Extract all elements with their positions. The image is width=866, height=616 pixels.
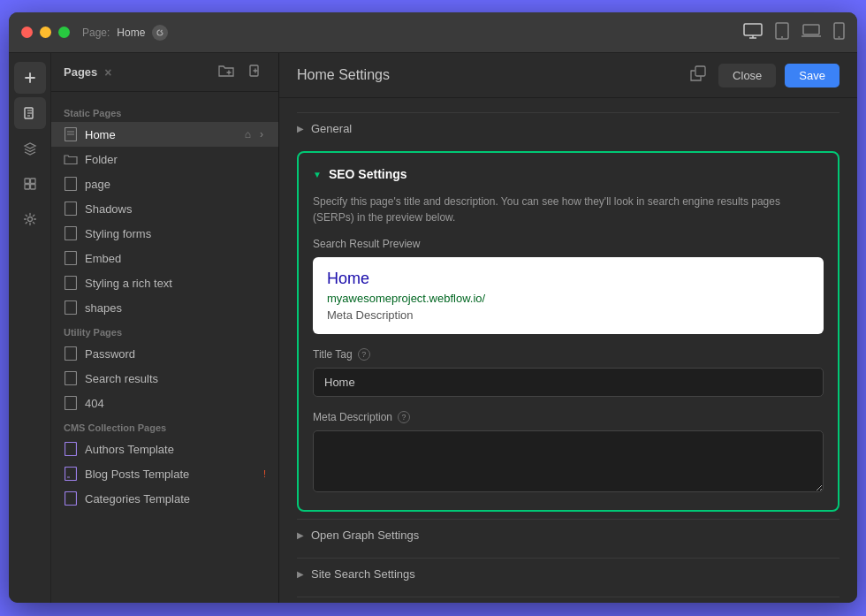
page-item-404[interactable]: 404 [51, 391, 278, 415]
content-header: Home Settings Close Save [279, 53, 857, 98]
page-icon-folder [64, 152, 78, 166]
site-search-chevron-icon: ▶ [297, 569, 304, 579]
page-item-embed[interactable]: Embed [51, 246, 278, 270]
seo-description: Specify this page's title and descriptio… [313, 194, 824, 225]
custom-code-accordion-header[interactable]: ▶ Custom Code [297, 597, 839, 603]
svg-rect-21 [65, 301, 77, 315]
page-item-password[interactable]: Password [51, 341, 278, 366]
page-item-categories-template[interactable]: Categories Template [51, 486, 278, 511]
add-icon [23, 71, 37, 85]
page-item-blog-posts-template[interactable]: Blog Posts Template ! [51, 461, 278, 486]
page-item-authors-template[interactable]: Authors Template [51, 437, 278, 461]
search-result-preview: Home myawesomeproject.webflow.io/ Meta D… [313, 257, 824, 334]
page-home-more-btn[interactable]: › [257, 127, 266, 141]
svg-point-5 [839, 36, 840, 38]
laptop-device-btn[interactable] [801, 24, 821, 42]
meta-desc-field-label: Meta Description ? [313, 411, 824, 423]
page-icon-styling-forms [64, 226, 78, 240]
maximize-traffic-light[interactable] [58, 27, 70, 38]
general-chevron-icon: ▶ [297, 124, 304, 133]
page-name-styling-forms: Styling forms [85, 227, 266, 240]
title-bar-right [743, 22, 845, 43]
open-graph-accordion-header[interactable]: ▶ Open Graph Settings [297, 519, 839, 551]
custom-code-section: ▶ Custom Code [297, 597, 839, 603]
close-settings-btn[interactable]: Close [718, 64, 776, 87]
meta-description-input[interactable] [313, 430, 824, 492]
settings-panel-btn[interactable] [14, 203, 46, 235]
page-name-404: 404 [85, 397, 266, 410]
page-icon-404 [64, 396, 78, 410]
page-name-authors-template: Authors Template [85, 443, 266, 456]
svg-rect-0 [744, 24, 762, 35]
svg-rect-26 [65, 468, 77, 481]
svg-rect-20 [65, 277, 77, 290]
refresh-icon [156, 28, 164, 37]
page-item-search-results[interactable]: Search results [51, 366, 278, 391]
seo-box-header: ▼ SEO Settings [313, 167, 824, 181]
page-item-page[interactable]: page [51, 171, 278, 196]
content-area: Home Settings Close Save ▶ [279, 53, 857, 603]
open-graph-chevron-icon: ▶ [297, 530, 304, 540]
preview-url: myawesomeproject.webflow.io/ [327, 292, 809, 305]
page-icon-styling-rich-text [64, 276, 78, 290]
desktop-device-btn[interactable] [743, 23, 763, 42]
page-icon-home [64, 127, 78, 141]
page-home-actions: ⌂ › [242, 127, 266, 141]
page-name-folder: Folder [85, 153, 266, 166]
add-page-btn[interactable] [245, 62, 266, 82]
title-bar-center: Page: Home [82, 25, 743, 41]
blog-posts-alert: ! [263, 468, 266, 479]
page-item-shadows[interactable]: Shadows [51, 196, 278, 221]
settings-icon [23, 212, 37, 226]
page-icon-shapes [64, 300, 78, 315]
copy-link-btn[interactable] [687, 62, 710, 88]
pages-close-btn[interactable]: × [104, 65, 111, 80]
open-graph-label: Open Graph Settings [311, 529, 419, 542]
meta-desc-help-icon[interactable]: ? [398, 411, 410, 423]
page-icon-authors-template [64, 442, 78, 456]
svg-rect-23 [65, 372, 77, 385]
general-accordion-header[interactable]: ▶ General [297, 112, 839, 144]
pages-title: Pages × [64, 65, 112, 80]
meta-desc-label-text: Meta Description [313, 411, 392, 423]
svg-rect-18 [65, 227, 77, 240]
svg-rect-7 [25, 179, 30, 184]
pages-panel-btn[interactable] [14, 97, 46, 129]
title-tag-help-icon[interactable]: ? [358, 348, 370, 361]
layers-panel-btn[interactable] [14, 133, 46, 164]
close-traffic-light[interactable] [21, 27, 33, 38]
mobile-device-btn[interactable] [833, 22, 845, 43]
page-icon-search-results [64, 371, 78, 385]
search-preview-label: Search Result Preview [313, 238, 824, 250]
site-search-accordion-header[interactable]: ▶ Site Search Settings [297, 558, 839, 589]
add-folder-btn[interactable] [215, 62, 238, 82]
svg-rect-9 [25, 185, 30, 190]
tablet-device-btn[interactable] [775, 22, 789, 43]
add-panel-btn[interactable] [14, 62, 46, 94]
pages-list: Static Pages Home ⌂ › [51, 92, 278, 603]
title-tag-input[interactable] [313, 368, 824, 397]
page-item-styling-rich-text[interactable]: Styling a rich text [51, 270, 278, 295]
page-item-folder[interactable]: Folder [51, 147, 278, 171]
page-item-home[interactable]: Home ⌂ › [51, 122, 278, 147]
page-home-icon-btn[interactable]: ⌂ [242, 127, 254, 141]
minimize-traffic-light[interactable] [40, 27, 51, 38]
page-item-shapes[interactable]: shapes [51, 295, 278, 320]
page-icon-embed [64, 251, 78, 265]
assets-panel-btn[interactable] [14, 168, 46, 200]
page-name-blog-posts-template: Blog Posts Template [85, 468, 254, 481]
page-name-search-results: Search results [85, 372, 266, 385]
page-icon-shadows [64, 202, 78, 216]
page-name: Home [117, 27, 145, 39]
page-name-shadows: Shadows [85, 202, 266, 216]
page-item-styling-forms[interactable]: Styling forms [51, 221, 278, 246]
title-tag-label-text: Title Tag [313, 348, 353, 361]
search-preview-label-text: Search Result Preview [313, 238, 420, 250]
svg-rect-24 [65, 397, 77, 410]
layers-icon [23, 141, 37, 156]
page-indicator-btn[interactable] [152, 25, 168, 41]
page-name-password: Password [85, 347, 266, 361]
save-settings-btn[interactable]: Save [785, 64, 839, 87]
page-name-shapes: shapes [85, 301, 266, 315]
pages-header: Pages × [51, 53, 278, 92]
